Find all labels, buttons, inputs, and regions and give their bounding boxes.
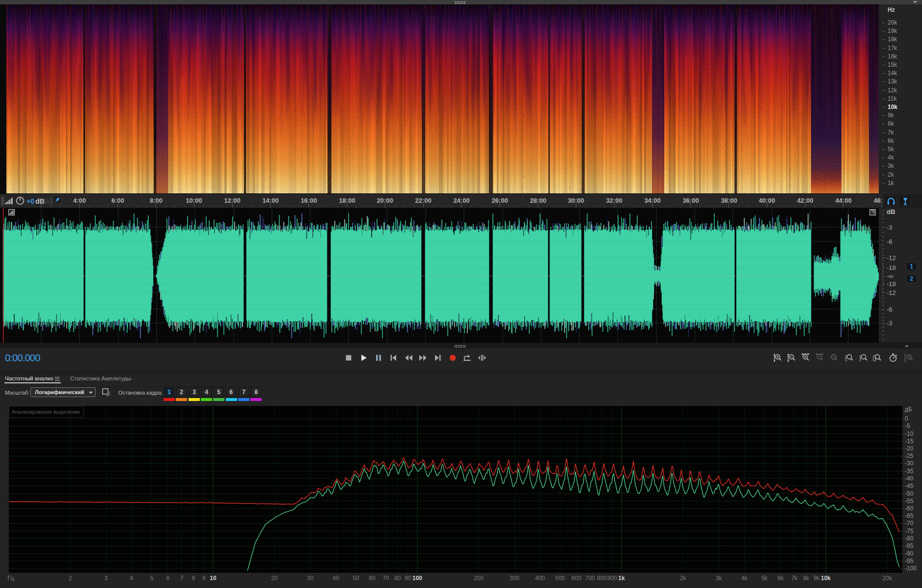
svg-text:Анализированое выделение: Анализированое выделение	[12, 409, 80, 415]
